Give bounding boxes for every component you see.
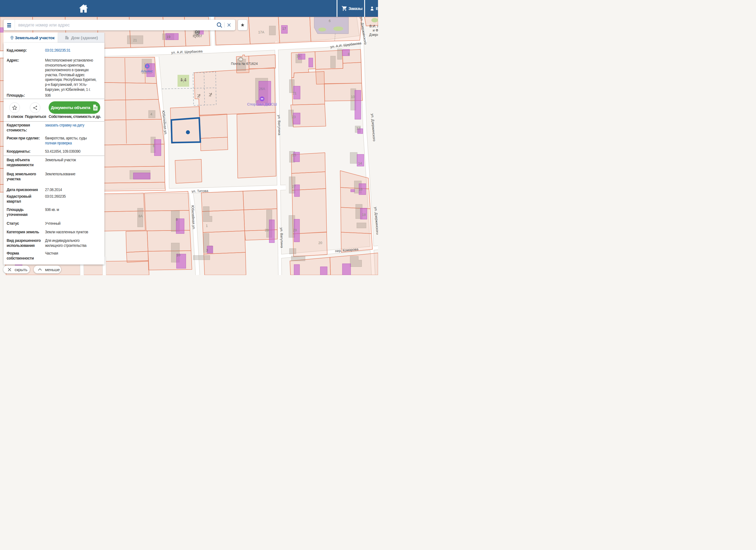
svg-text:17: 17 <box>282 27 286 31</box>
svg-text:IQ007: IQ007 <box>193 34 202 38</box>
svg-text:29: 29 <box>293 228 297 232</box>
svg-text:20: 20 <box>318 241 322 245</box>
svg-text:Почта № 671624: Почта № 671624 <box>231 62 258 66</box>
svg-text:3: 3 <box>206 248 208 252</box>
svg-text:17А: 17А <box>258 30 265 34</box>
svg-text:21: 21 <box>133 38 137 42</box>
svg-text:8А: 8А <box>138 214 143 218</box>
svg-text:16: 16 <box>359 187 363 191</box>
svg-text:В.И. Лесг: В.И. Лесг <box>369 24 378 28</box>
svg-text:6: 6 <box>329 19 331 23</box>
svg-text:ул. Ватутина: ул. Ватутина <box>277 115 281 135</box>
svg-text:26А: 26А <box>259 87 265 91</box>
svg-text:23: 23 <box>292 115 296 119</box>
svg-text:Дзержин: Дзержин <box>369 33 378 37</box>
svg-text:21: 21 <box>293 91 297 95</box>
svg-text:10: 10 <box>351 95 355 99</box>
svg-text:12: 12 <box>356 126 360 130</box>
svg-text:10: 10 <box>176 253 180 257</box>
svg-text:8: 8 <box>176 218 178 221</box>
svg-text:6: 6 <box>153 144 155 148</box>
svg-text:16: 16 <box>297 54 300 58</box>
svg-text:18: 18 <box>362 213 366 217</box>
svg-text:8: 8 <box>348 52 350 56</box>
svg-text:4: 4 <box>150 112 152 116</box>
svg-text:19: 19 <box>166 35 170 39</box>
svg-text:27: 27 <box>292 185 296 189</box>
svg-text:25: 25 <box>292 153 296 157</box>
svg-text:1: 1 <box>206 224 208 228</box>
svg-text:Альянс: Альянс <box>141 69 153 73</box>
svg-text:Спортзал ДЮСШ: Спортзал ДЮСШ <box>247 102 277 106</box>
svg-text:14: 14 <box>358 162 362 165</box>
svg-text:28: 28 <box>265 228 269 232</box>
svg-text:ул. Титова: ул. Титова <box>191 189 208 193</box>
svg-text:ул. Ватутина: ул. Ватутина <box>279 228 284 248</box>
svg-text:и Фес: и Фес <box>373 28 378 32</box>
